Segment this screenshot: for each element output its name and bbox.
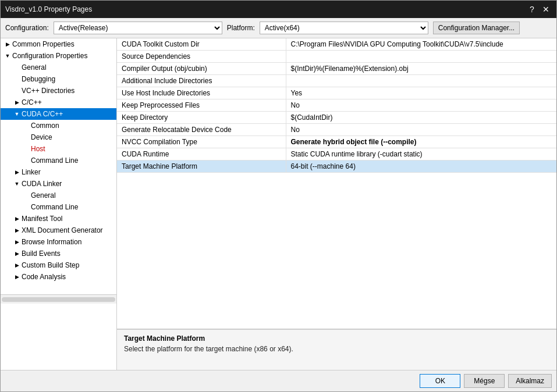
expand-icon: ▶ [3,40,12,49]
main-window: Visdro_v1.0 Property Pages ? ✕ Configura… [0,0,557,392]
tree-node-common-properties[interactable]: ▶ Common Properties [1,38,116,50]
tree-node-cuda-cpp[interactable]: ▼ CUDA C/C++ [1,108,116,120]
tree-node-cuda-linker[interactable]: ▼ CUDA Linker [1,178,116,190]
tree-node-general[interactable]: General [1,62,116,73]
spacer [22,133,31,142]
content-area: ▶ Common Properties ▼ Configuration Prop… [1,38,556,370]
tree-node-code-analysis[interactable]: ▶ Code Analysis [1,271,116,283]
tree-node-c-cpp[interactable]: ▶ C/C++ [1,97,116,108]
spacer [22,144,31,154]
property-table: CUDA Toolkit Custom DirC:\Program Files\… [117,38,556,329]
spacer [12,74,22,84]
tree-node-browse-information[interactable]: ▶ Browse Information [1,236,116,248]
toolbar: Configuration: Active(Release) Platform:… [1,18,556,38]
table-row[interactable]: Keep Directory$(CudaIntDir) [117,112,556,124]
tree-node-build-events[interactable]: ▶ Build Events [1,248,116,259]
tree-node-host[interactable]: Host [1,143,116,155]
expand-icon: ▼ [12,109,22,119]
table-row[interactable]: Compiler Output (obj/cubin)$(IntDir)%(Fi… [117,63,556,75]
expand-icon: ▶ [12,237,22,247]
config-manager-button[interactable]: Configuration Manager... [433,22,520,34]
spacer [22,191,31,200]
window-title: Visdro_v1.0 Property Pages [5,5,92,13]
description-panel: Target Machine Platform Select the platf… [117,329,556,370]
table-row[interactable]: CUDA Toolkit Custom DirC:\Program Files\… [117,38,556,51]
expand-icon: ▶ [12,249,22,258]
config-label: Configuration: [5,24,49,32]
table-row[interactable]: NVCC Compilation TypeGenerate hybrid obj… [117,136,556,148]
tree-node-device[interactable]: Device [1,131,116,143]
tree-node-common[interactable]: Common [1,120,116,131]
tree-node-general-cuda-linker[interactable]: General [1,190,116,201]
tree-node-command-line-cuda-linker[interactable]: Command Line [1,201,116,213]
bottom-bar: OK Mégse Alkalmaz [1,370,556,391]
property-panel: CUDA Toolkit Custom DirC:\Program Files\… [117,38,556,370]
apply-button[interactable]: Alkalmaz [508,374,552,388]
description-text: Select the platform for the target machi… [124,345,549,353]
tree-node-configuration-properties[interactable]: ▼ Configuration Properties [1,50,116,62]
tree-node-linker[interactable]: ▶ Linker [1,166,116,178]
expand-icon: ▶ [12,214,22,223]
platform-select[interactable]: Active(x64) [260,22,428,34]
expand-icon: ▶ [12,98,22,107]
table-row[interactable]: CUDA RuntimeStatic CUDA runtime library … [117,148,556,161]
tree-node-manifest-tool[interactable]: ▶ Manifest Tool [1,213,116,224]
expand-icon: ▶ [12,226,22,235]
table-row[interactable]: Target Machine Platform64-bit (--machine… [117,161,556,173]
table-row[interactable]: Use Host Include DirectoriesYes [117,87,556,99]
title-bar: Visdro_v1.0 Property Pages ? ✕ [1,1,556,18]
expand-icon: ▶ [12,272,22,281]
expand-icon: ▶ [12,168,22,177]
table-row[interactable]: Generate Relocatable Device CodeNo [117,124,556,136]
spacer [22,121,31,130]
expand-icon: ▶ [12,261,22,270]
tree-node-command-line-cuda[interactable]: Command Line [1,155,116,166]
configuration-select[interactable]: Active(Release) [54,22,222,34]
tree-node-xml-document-generator[interactable]: ▶ XML Document Generator [1,224,116,236]
spacer [12,86,22,95]
tree-node-debugging[interactable]: Debugging [1,73,116,85]
spacer [12,63,22,72]
tree-scrollbar[interactable] [1,294,116,304]
expand-icon: ▼ [12,179,22,188]
cancel-button[interactable]: Mégse [464,374,505,388]
expand-icon: ▼ [3,51,12,60]
table-row[interactable]: Source Dependencies [117,51,556,63]
spacer [22,156,31,165]
ok-button[interactable]: OK [420,374,460,388]
spacer [22,202,31,212]
properties-grid: CUDA Toolkit Custom DirC:\Program Files\… [117,38,556,173]
table-row[interactable]: Keep Preprocessed FilesNo [117,99,556,112]
platform-label: Platform: [227,24,255,32]
close-button[interactable]: ✕ [540,3,552,15]
table-row[interactable]: Additional Include Directories [117,75,556,87]
tree-node-vc-directories[interactable]: VC++ Directories [1,85,116,97]
description-title: Target Machine Platform [124,334,549,343]
title-bar-controls: ? ✕ [526,3,552,15]
tree-panel: ▶ Common Properties ▼ Configuration Prop… [1,38,117,370]
tree-node-custom-build-step[interactable]: ▶ Custom Build Step [1,259,116,271]
help-button[interactable]: ? [526,3,538,15]
